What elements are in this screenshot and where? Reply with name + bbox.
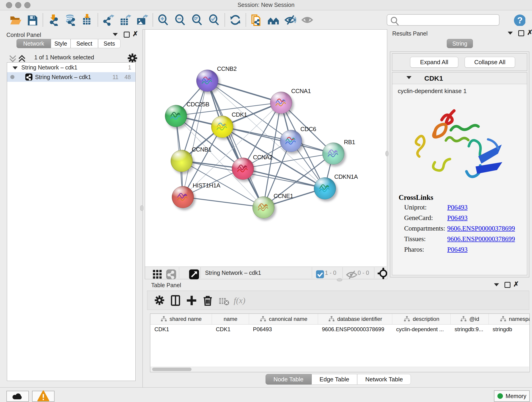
table-cell[interactable]: CDK1 [212,324,249,334]
control-panel-menu-icon[interactable] [113,33,118,36]
table-cell[interactable]: cyclin-dependent ... [392,324,450,334]
hide-eye-button[interactable] [282,13,299,27]
export-image-button[interactable] [134,13,151,27]
network-edge[interactable] [183,80,207,197]
column-header[interactable]: shared name [150,314,212,324]
zoom-in-button[interactable] [155,13,172,27]
table-cell[interactable]: 9606.ENSP00000378699 [318,324,392,334]
network-overview-icon[interactable] [165,268,177,281]
network-list: String Network – cdk1 1 String Network –… [7,62,136,381]
network-node-CDC6[interactable] [280,130,302,152]
columns-button[interactable] [167,293,184,307]
warnings-button[interactable] [32,391,55,402]
network-node-CDKN1A[interactable] [314,177,336,199]
table-delete-button[interactable] [215,293,232,307]
open-view-icon[interactable] [188,268,200,281]
network-node-CCNB1[interactable] [171,150,193,172]
refresh-button[interactable] [227,13,244,27]
fx-button[interactable]: f(x) [232,293,248,307]
network-node-CCNA1[interactable] [270,92,292,114]
network-canvas[interactable]: CCNB2 CCNA1 CDC25B CDK1 CDC6 RB1CCNB1 CC… [145,30,386,267]
network-node-CCNB2[interactable] [196,70,218,92]
hidden-eye-icon[interactable] [346,269,358,282]
tab-select[interactable]: Select [70,39,98,48]
crosslink-link[interactable]: P06493 [447,204,468,211]
scrollbar-thumb[interactable] [152,368,191,371]
left-splitter-handle[interactable] [140,205,143,211]
tab-style[interactable]: Style [51,39,70,48]
tree-expand-icon[interactable] [13,64,18,71]
crosslink-link[interactable]: P06493 [447,214,468,222]
export-table-button[interactable] [117,13,134,27]
homes-button[interactable] [265,13,282,27]
table-panel-close-button[interactable]: ✗ [513,282,519,287]
column-header[interactable]: database identifier [318,314,392,324]
zoom-fit-button[interactable] [189,13,206,27]
network-node-RB1[interactable] [322,143,344,165]
import-database-button[interactable] [62,13,79,27]
node-name: CDK1 [424,75,443,82]
export-network-button[interactable] [100,13,117,27]
zoom-out-button[interactable] [172,13,189,27]
help-button[interactable]: ? [513,14,526,26]
memory-button[interactable]: Memory [494,390,530,402]
collapse-entry-icon[interactable] [406,76,412,79]
tab-sets[interactable]: Sets [98,39,120,48]
table-cell[interactable]: stringdb [488,324,530,334]
crosslink-link[interactable]: 9606.ENSP00000378699 [447,225,515,232]
import-table-button[interactable] [79,13,96,27]
column-header[interactable]: @id [450,314,489,324]
network-node-CDC25B[interactable] [165,105,187,127]
control-panel-float-button[interactable] [124,32,130,38]
column-header[interactable]: namespace [488,314,530,324]
search-input[interactable] [387,14,500,26]
column-header[interactable]: description [392,314,451,324]
table-cell[interactable]: P06493 [249,324,318,334]
open-session-button[interactable] [7,13,24,27]
network-node-CCNA2[interactable] [232,158,254,180]
tab-node-table[interactable]: Node Table [266,374,312,385]
cloud-button[interactable] [6,391,29,402]
network-node-CDK1[interactable] [211,116,233,138]
import-network-button[interactable] [45,13,62,27]
expand-all-button[interactable]: Expand All [410,57,458,68]
network-node-HIST1H1A[interactable] [172,186,194,208]
network-tree-row[interactable]: String Network – cdk1 1 [7,63,135,72]
save-session-button[interactable] [24,13,41,27]
column-header[interactable]: canonical name [249,314,318,324]
tab-edge-table[interactable]: Edge Table [312,374,357,385]
column-header[interactable]: name [212,314,249,324]
bottom-splitter-handle[interactable] [337,278,342,281]
network-edge[interactable] [222,127,333,153]
table-panel-float-button[interactable] [505,282,510,288]
collapse-all-button[interactable]: Collapse All [465,57,515,68]
right-splitter-handle[interactable] [385,151,389,156]
trash-button[interactable] [200,293,215,307]
results-panel-menu-icon[interactable] [508,32,513,35]
table-panel-menu-icon[interactable] [494,283,499,286]
node-result-header[interactable]: CDK1 [392,72,527,84]
crosslink-link[interactable]: P06493 [447,246,468,253]
tab-string[interactable]: String [447,39,473,48]
network-node-CCNE1[interactable] [253,196,274,218]
network-edge[interactable] [183,197,263,207]
gear-button[interactable] [152,293,167,307]
crosslink-link[interactable]: 9606.ENSP00000378699 [447,235,515,243]
birdseye-grid-icon[interactable] [152,268,163,281]
network-tree-row[interactable]: String Network – cdk1 11 48 [7,72,135,82]
horizontal-scrollbar[interactable] [150,367,529,372]
control-panel-close-button[interactable]: ✗ [133,32,138,36]
protein-ribbon-thumbnail [317,181,332,196]
tab-network[interactable]: Network [17,39,51,48]
copy-network-button[interactable] [248,13,265,27]
gray-eye-button[interactable] [299,13,316,27]
results-panel-float-button[interactable] [518,30,524,36]
results-panel-close-button[interactable]: ✗ [527,30,532,35]
network-edge[interactable] [207,80,281,102]
table-cell[interactable]: stringdb:9... [450,324,488,334]
table-cell[interactable]: CDK1 [150,324,212,334]
tab-network-table[interactable]: Network Table [357,374,411,385]
plus-button[interactable] [184,293,200,307]
node-label-CCNA2: CCNA2 [253,154,273,161]
zoom-selected-button[interactable] [206,13,223,27]
